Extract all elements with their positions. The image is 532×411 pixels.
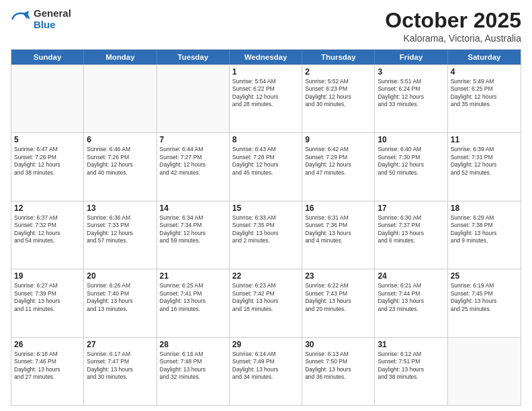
day-cell-12: 12Sunrise: 6:37 AM Sunset: 7:32 PM Dayli… xyxy=(11,201,84,269)
cell-info-text: Sunrise: 6:18 AM Sunset: 7:46 PM Dayligh… xyxy=(14,351,81,381)
cell-day-number: 19 xyxy=(14,271,81,281)
cell-day-number: 3 xyxy=(378,67,444,77)
day-cell-11: 11Sunrise: 6:39 AM Sunset: 7:31 PM Dayli… xyxy=(448,133,521,200)
cell-info-text: Sunrise: 6:12 AM Sunset: 7:51 PM Dayligh… xyxy=(378,351,444,381)
cell-day-number: 16 xyxy=(305,203,371,213)
day-cell-4: 4Sunrise: 5:49 AM Sunset: 6:25 PM Daylig… xyxy=(448,65,521,132)
empty-cell-0-1 xyxy=(84,65,157,132)
cell-day-number: 6 xyxy=(87,135,153,144)
cell-day-number: 8 xyxy=(232,135,299,144)
logo-blue-text: Blue xyxy=(34,19,71,31)
week-row-1: 1Sunrise: 5:54 AM Sunset: 6:22 PM Daylig… xyxy=(11,64,521,132)
cell-info-text: Sunrise: 6:47 AM Sunset: 7:26 PM Dayligh… xyxy=(14,146,81,177)
empty-cell-0-0 xyxy=(11,65,84,132)
cell-day-number: 31 xyxy=(378,340,444,349)
day-cell-3: 3Sunrise: 5:51 AM Sunset: 6:24 PM Daylig… xyxy=(375,65,447,132)
cell-day-number: 21 xyxy=(160,271,226,281)
cell-info-text: Sunrise: 6:16 AM Sunset: 7:48 PM Dayligh… xyxy=(160,351,226,381)
day-cell-27: 27Sunrise: 6:17 AM Sunset: 7:47 PM Dayli… xyxy=(84,338,157,405)
header-day-saturday: Saturday xyxy=(448,50,521,64)
cell-day-number: 4 xyxy=(451,67,518,77)
calendar-header: SundayMondayTuesdayWednesdayThursdayFrid… xyxy=(11,50,521,64)
day-cell-9: 9Sunrise: 6:42 AM Sunset: 7:29 PM Daylig… xyxy=(302,133,375,200)
cell-info-text: Sunrise: 6:36 AM Sunset: 7:33 PM Dayligh… xyxy=(87,214,153,245)
day-cell-7: 7Sunrise: 6:44 AM Sunset: 7:27 PM Daylig… xyxy=(157,133,230,200)
day-cell-15: 15Sunrise: 6:33 AM Sunset: 7:35 PM Dayli… xyxy=(230,201,302,269)
cell-info-text: Sunrise: 6:31 AM Sunset: 7:36 PM Dayligh… xyxy=(305,214,371,245)
header-day-sunday: Sunday xyxy=(11,50,84,64)
empty-cell-4-6 xyxy=(448,338,521,405)
month-title: October 2025 xyxy=(385,8,521,33)
cell-info-text: Sunrise: 5:51 AM Sunset: 6:24 PM Dayligh… xyxy=(378,78,444,109)
cell-info-text: Sunrise: 6:13 AM Sunset: 7:50 PM Dayligh… xyxy=(305,351,371,381)
day-cell-25: 25Sunrise: 6:19 AM Sunset: 7:45 PM Dayli… xyxy=(448,269,521,336)
cell-info-text: Sunrise: 6:26 AM Sunset: 7:40 PM Dayligh… xyxy=(87,282,153,313)
cell-day-number: 1 xyxy=(232,67,299,77)
day-cell-31: 31Sunrise: 6:12 AM Sunset: 7:51 PM Dayli… xyxy=(375,338,447,405)
day-cell-26: 26Sunrise: 6:18 AM Sunset: 7:46 PM Dayli… xyxy=(11,338,84,405)
cell-day-number: 12 xyxy=(14,203,81,213)
cell-info-text: Sunrise: 6:22 AM Sunset: 7:43 PM Dayligh… xyxy=(305,282,371,313)
day-cell-16: 16Sunrise: 6:31 AM Sunset: 7:36 PM Dayli… xyxy=(302,201,375,269)
day-cell-29: 29Sunrise: 6:14 AM Sunset: 7:49 PM Dayli… xyxy=(230,338,302,405)
logo: General Blue xyxy=(11,8,71,30)
cell-day-number: 25 xyxy=(451,271,518,281)
week-row-5: 26Sunrise: 6:18 AM Sunset: 7:46 PM Dayli… xyxy=(11,337,521,405)
day-cell-5: 5Sunrise: 6:47 AM Sunset: 7:26 PM Daylig… xyxy=(11,133,84,200)
cell-info-text: Sunrise: 6:44 AM Sunset: 7:27 PM Dayligh… xyxy=(160,146,226,177)
cell-info-text: Sunrise: 6:43 AM Sunset: 7:28 PM Dayligh… xyxy=(232,146,299,177)
logo-icon xyxy=(11,9,31,30)
cell-day-number: 11 xyxy=(451,135,518,144)
cell-day-number: 14 xyxy=(160,203,226,213)
cell-day-number: 9 xyxy=(305,135,371,144)
day-cell-17: 17Sunrise: 6:30 AM Sunset: 7:37 PM Dayli… xyxy=(375,201,447,269)
cell-day-number: 17 xyxy=(378,203,444,213)
cell-info-text: Sunrise: 6:19 AM Sunset: 7:45 PM Dayligh… xyxy=(451,282,518,313)
cell-info-text: Sunrise: 6:37 AM Sunset: 7:32 PM Dayligh… xyxy=(14,214,81,245)
week-row-3: 12Sunrise: 6:37 AM Sunset: 7:32 PM Dayli… xyxy=(11,201,521,269)
header-day-wednesday: Wednesday xyxy=(230,50,302,64)
cell-day-number: 20 xyxy=(87,271,153,281)
cell-info-text: Sunrise: 6:34 AM Sunset: 7:34 PM Dayligh… xyxy=(160,214,226,245)
day-cell-23: 23Sunrise: 6:22 AM Sunset: 7:43 PM Dayli… xyxy=(302,269,375,336)
cell-info-text: Sunrise: 6:27 AM Sunset: 7:39 PM Dayligh… xyxy=(14,282,81,313)
logo-general-text: General xyxy=(34,8,71,19)
cell-day-number: 28 xyxy=(160,340,226,349)
day-cell-14: 14Sunrise: 6:34 AM Sunset: 7:34 PM Dayli… xyxy=(157,201,230,269)
cell-info-text: Sunrise: 6:14 AM Sunset: 7:49 PM Dayligh… xyxy=(232,351,299,381)
week-row-2: 5Sunrise: 6:47 AM Sunset: 7:26 PM Daylig… xyxy=(11,132,521,200)
cell-info-text: Sunrise: 6:25 AM Sunset: 7:41 PM Dayligh… xyxy=(160,282,226,313)
cell-info-text: Sunrise: 6:39 AM Sunset: 7:31 PM Dayligh… xyxy=(451,146,518,177)
header-day-monday: Monday xyxy=(84,50,157,64)
cell-day-number: 2 xyxy=(305,67,371,77)
cell-day-number: 24 xyxy=(378,271,444,281)
cell-day-number: 26 xyxy=(14,340,81,349)
cell-info-text: Sunrise: 6:30 AM Sunset: 7:37 PM Dayligh… xyxy=(378,214,444,245)
day-cell-19: 19Sunrise: 6:27 AM Sunset: 7:39 PM Dayli… xyxy=(11,269,84,336)
cell-day-number: 22 xyxy=(232,271,299,281)
cell-info-text: Sunrise: 6:33 AM Sunset: 7:35 PM Dayligh… xyxy=(232,214,299,245)
header-day-tuesday: Tuesday xyxy=(157,50,230,64)
cell-day-number: 10 xyxy=(378,135,444,144)
title-block: October 2025 Kalorama, Victoria, Austral… xyxy=(385,8,521,44)
cell-info-text: Sunrise: 5:52 AM Sunset: 6:23 PM Dayligh… xyxy=(305,78,371,109)
cell-day-number: 7 xyxy=(160,135,226,144)
day-cell-18: 18Sunrise: 6:29 AM Sunset: 7:38 PM Dayli… xyxy=(448,201,521,269)
cell-info-text: Sunrise: 6:40 AM Sunset: 7:30 PM Dayligh… xyxy=(378,146,444,177)
cell-day-number: 27 xyxy=(87,340,153,349)
day-cell-13: 13Sunrise: 6:36 AM Sunset: 7:33 PM Dayli… xyxy=(84,201,157,269)
calendar-body: 1Sunrise: 5:54 AM Sunset: 6:22 PM Daylig… xyxy=(11,64,521,405)
cell-day-number: 13 xyxy=(87,203,153,213)
page: General Blue October 2025 Kalorama, Vict… xyxy=(0,0,532,411)
day-cell-1: 1Sunrise: 5:54 AM Sunset: 6:22 PM Daylig… xyxy=(230,65,302,132)
day-cell-6: 6Sunrise: 6:46 AM Sunset: 7:26 PM Daylig… xyxy=(84,133,157,200)
cell-day-number: 23 xyxy=(305,271,371,281)
day-cell-20: 20Sunrise: 6:26 AM Sunset: 7:40 PM Dayli… xyxy=(84,269,157,336)
header-day-thursday: Thursday xyxy=(302,50,375,64)
day-cell-8: 8Sunrise: 6:43 AM Sunset: 7:28 PM Daylig… xyxy=(230,133,302,200)
header: General Blue October 2025 Kalorama, Vict… xyxy=(11,8,521,44)
day-cell-24: 24Sunrise: 6:21 AM Sunset: 7:44 PM Dayli… xyxy=(375,269,447,336)
day-cell-2: 2Sunrise: 5:52 AM Sunset: 6:23 PM Daylig… xyxy=(302,65,375,132)
cell-day-number: 18 xyxy=(451,203,518,213)
cell-info-text: Sunrise: 6:17 AM Sunset: 7:47 PM Dayligh… xyxy=(87,351,153,381)
